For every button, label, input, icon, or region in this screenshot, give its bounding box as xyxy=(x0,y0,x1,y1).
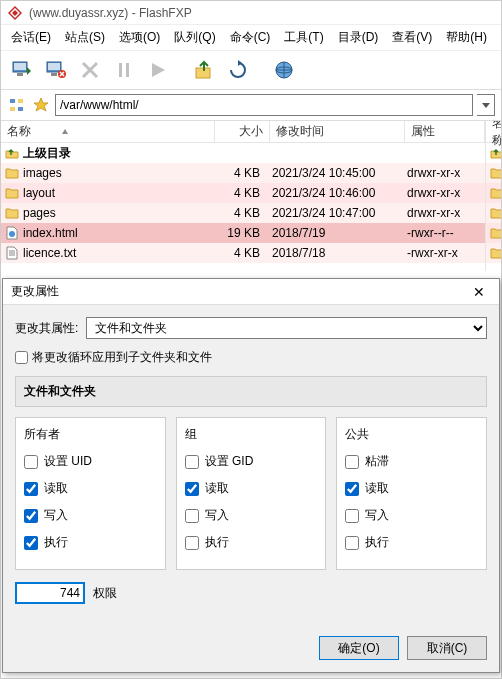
perm-checkbox-row[interactable]: 读取 xyxy=(345,480,478,497)
local-pane-button[interactable] xyxy=(7,55,37,85)
play-button xyxy=(143,55,173,85)
setid-checkbox-row[interactable]: 粘滞 xyxy=(345,453,478,470)
change-scope-label: 更改其属性: xyxy=(15,320,78,337)
change-attributes-dialog: 更改属性 ✕ 更改其属性: 文件和文件夹 将更改循环应用到子文件夹和文件 文件和… xyxy=(2,278,500,673)
setid-checkbox[interactable] xyxy=(345,455,359,469)
svg-rect-17 xyxy=(10,99,15,103)
perm-col-title: 所有者 xyxy=(24,426,157,443)
svg-rect-5 xyxy=(17,73,23,76)
svg-marker-22 xyxy=(482,103,490,108)
svg-rect-18 xyxy=(18,99,23,103)
app-logo-icon xyxy=(7,5,23,21)
recurse-checkbox[interactable] xyxy=(15,351,28,364)
col-size-header[interactable]: 大小 xyxy=(215,121,270,142)
perm-checkbox-row[interactable]: 写入 xyxy=(345,507,478,524)
menu-item[interactable]: 查看(V) xyxy=(386,27,438,48)
svg-marker-12 xyxy=(152,63,165,77)
parent-dir-row[interactable] xyxy=(486,143,501,163)
menu-item[interactable]: 目录(D) xyxy=(332,27,385,48)
refresh-button[interactable] xyxy=(223,55,253,85)
menu-item[interactable]: 帮助(H) xyxy=(440,27,493,48)
menu-item[interactable]: 站点(S) xyxy=(59,27,111,48)
menu-item[interactable]: 会话(E) xyxy=(5,27,57,48)
perm-col-group: 组设置 GID读取写入执行 xyxy=(176,417,327,570)
menu-item[interactable]: 命令(C) xyxy=(224,27,277,48)
setid-checkbox-row[interactable]: 设置 UID xyxy=(24,453,157,470)
cancel-button xyxy=(75,55,105,85)
svg-rect-8 xyxy=(51,73,57,76)
perm-checkbox[interactable] xyxy=(185,509,199,523)
perm-col-title: 公共 xyxy=(345,426,478,443)
bookmark-button[interactable] xyxy=(31,95,51,115)
scope-select[interactable]: 文件和文件夹 xyxy=(86,317,487,339)
perm-checkbox[interactable] xyxy=(345,536,359,550)
path-dropdown-button[interactable] xyxy=(477,94,495,116)
secondary-file-list[interactable]: 名称 cccgP xyxy=(485,121,501,271)
ok-button[interactable]: 确定(O) xyxy=(319,636,399,660)
perm-checkbox[interactable] xyxy=(24,509,38,523)
file-row[interactable]: c xyxy=(486,203,501,223)
tree-toggle-button[interactable] xyxy=(7,95,27,115)
file-row[interactable]: pages4 KB2021/3/24 10:47:00drwxr-xr-x xyxy=(1,203,485,223)
section-header: 文件和文件夹 xyxy=(15,376,487,407)
perm-checkbox[interactable] xyxy=(24,482,38,496)
file-row[interactable]: P xyxy=(486,243,501,263)
svg-point-24 xyxy=(9,231,15,237)
svg-marker-21 xyxy=(34,98,48,111)
menu-item[interactable]: 队列(Q) xyxy=(168,27,221,48)
svg-rect-4 xyxy=(14,63,26,70)
setid-checkbox[interactable] xyxy=(24,455,38,469)
perm-checkbox-row[interactable]: 执行 xyxy=(185,534,318,551)
dialog-title: 更改属性 xyxy=(11,283,59,300)
perm-col-public: 公共粘滞读取写入执行 xyxy=(336,417,487,570)
col-date-header[interactable]: 修改时间 xyxy=(270,121,405,142)
remote-pane-button[interactable] xyxy=(41,55,71,85)
file-row[interactable]: images4 KB2021/3/24 10:45:00drwxr-xr-x xyxy=(1,163,485,183)
svg-rect-11 xyxy=(126,63,129,77)
pause-button xyxy=(109,55,139,85)
cancel-button[interactable]: 取消(C) xyxy=(407,636,487,660)
file-row[interactable]: index.html19 KB2018/7/19-rwxr--r-- xyxy=(1,223,485,243)
perm-checkbox-row[interactable]: 写入 xyxy=(185,507,318,524)
setid-checkbox-row[interactable]: 设置 GID xyxy=(185,453,318,470)
file-row[interactable]: c xyxy=(486,163,501,183)
parent-dir-row[interactable]: 上级目录 xyxy=(1,143,485,163)
perm-checkbox[interactable] xyxy=(345,509,359,523)
toolbar xyxy=(1,51,501,90)
permission-label: 权限 xyxy=(93,585,117,602)
col-attr-header[interactable]: 属性 xyxy=(405,121,485,142)
svg-rect-10 xyxy=(119,63,122,77)
globe-button[interactable] xyxy=(269,55,299,85)
path-input[interactable] xyxy=(55,94,473,116)
perm-checkbox[interactable] xyxy=(24,536,38,550)
perm-checkbox[interactable] xyxy=(185,536,199,550)
perm-checkbox[interactable] xyxy=(345,482,359,496)
menu-item[interactable]: 工具(T) xyxy=(278,27,329,48)
svg-rect-7 xyxy=(48,63,60,70)
perm-checkbox-row[interactable]: 写入 xyxy=(24,507,157,524)
perm-checkbox-row[interactable]: 执行 xyxy=(24,534,157,551)
close-icon[interactable]: ✕ xyxy=(467,282,491,302)
file-row[interactable]: licence.txt4 KB2018/7/18-rwxr-xr-x xyxy=(1,243,485,263)
svg-marker-14 xyxy=(238,60,242,66)
menubar: 会话(E)站点(S)选项(O)队列(Q)命令(C)工具(T)目录(D)查看(V)… xyxy=(1,25,501,51)
pathbar xyxy=(1,90,501,121)
perm-checkbox-row[interactable]: 执行 xyxy=(345,534,478,551)
file-row[interactable]: c xyxy=(486,183,501,203)
permission-value-input[interactable] xyxy=(15,582,85,604)
setid-checkbox[interactable] xyxy=(185,455,199,469)
perm-col-title: 组 xyxy=(185,426,318,443)
window-title: (www.duyassr.xyz) - FlashFXP xyxy=(29,6,192,20)
perm-checkbox[interactable] xyxy=(185,482,199,496)
svg-rect-19 xyxy=(10,107,15,111)
transfer-button[interactable] xyxy=(189,55,219,85)
file-row[interactable]: g xyxy=(486,223,501,243)
file-row[interactable]: layout4 KB2021/3/24 10:46:00drwxr-xr-x xyxy=(1,183,485,203)
menu-item[interactable]: 选项(O) xyxy=(113,27,166,48)
col-name-header[interactable]: 名称 xyxy=(1,121,215,142)
perm-col-owner: 所有者设置 UID读取写入执行 xyxy=(15,417,166,570)
perm-checkbox-row[interactable]: 读取 xyxy=(24,480,157,497)
remote-file-list[interactable]: 名称 大小 修改时间 属性 上级目录images4 KB2021/3/24 10… xyxy=(1,121,485,271)
col-name-header-right[interactable]: 名称 xyxy=(486,121,501,142)
perm-checkbox-row[interactable]: 读取 xyxy=(185,480,318,497)
